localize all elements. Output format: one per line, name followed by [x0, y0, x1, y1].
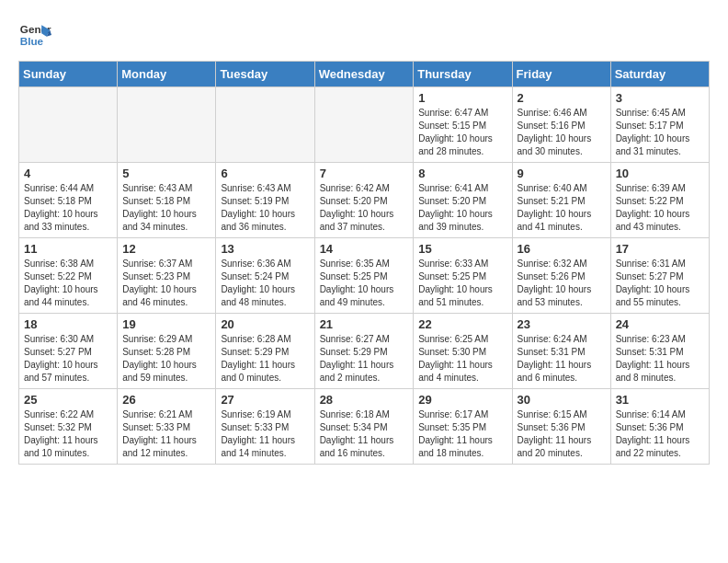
- calendar-day-cell: 24Sunrise: 6:23 AM Sunset: 5:31 PM Dayli…: [610, 314, 709, 389]
- day-number: 3: [616, 91, 704, 105]
- calendar-day-cell: [118, 87, 216, 163]
- svg-text:Blue: Blue: [20, 35, 44, 47]
- logo: General Blue: [18, 18, 51, 52]
- day-number: 24: [616, 317, 704, 331]
- calendar-day-header: Thursday: [414, 62, 512, 87]
- calendar-day-header: Sunday: [19, 62, 118, 87]
- calendar-day-cell: 23Sunrise: 6:24 AM Sunset: 5:31 PM Dayli…: [512, 314, 610, 389]
- day-number: 1: [418, 91, 506, 105]
- day-info: Sunrise: 6:30 AM Sunset: 5:27 PM Dayligh…: [24, 333, 112, 385]
- calendar-day-cell: 28Sunrise: 6:18 AM Sunset: 5:34 PM Dayli…: [314, 389, 414, 465]
- calendar-day-cell: 22Sunrise: 6:25 AM Sunset: 5:30 PM Dayli…: [414, 314, 512, 389]
- day-info: Sunrise: 6:31 AM Sunset: 5:27 PM Dayligh…: [616, 258, 704, 309]
- day-number: 11: [24, 242, 112, 256]
- day-number: 2: [518, 91, 606, 105]
- day-info: Sunrise: 6:45 AM Sunset: 5:17 PM Dayligh…: [616, 107, 704, 158]
- day-number: 19: [122, 317, 210, 331]
- day-info: Sunrise: 6:24 AM Sunset: 5:31 PM Dayligh…: [518, 333, 606, 385]
- day-info: Sunrise: 6:43 AM Sunset: 5:18 PM Dayligh…: [122, 182, 210, 234]
- calendar-day-cell: 4Sunrise: 6:44 AM Sunset: 5:18 PM Daylig…: [19, 163, 118, 238]
- calendar-day-cell: [216, 87, 314, 163]
- day-info: Sunrise: 6:35 AM Sunset: 5:25 PM Dayligh…: [320, 258, 409, 309]
- day-number: 20: [221, 317, 309, 331]
- day-info: Sunrise: 6:15 AM Sunset: 5:36 PM Dayligh…: [518, 408, 606, 460]
- day-number: 30: [518, 393, 606, 407]
- day-info: Sunrise: 6:46 AM Sunset: 5:16 PM Dayligh…: [518, 107, 606, 158]
- logo-icon: General Blue: [18, 18, 51, 52]
- calendar-day-cell: 6Sunrise: 6:43 AM Sunset: 5:19 PM Daylig…: [216, 163, 314, 238]
- day-info: Sunrise: 6:41 AM Sunset: 5:20 PM Dayligh…: [418, 182, 506, 234]
- day-number: 29: [418, 393, 506, 407]
- day-number: 6: [221, 167, 309, 180]
- calendar-header-row: SundayMondayTuesdayWednesdayThursdayFrid…: [19, 62, 710, 87]
- calendar-day-cell: 7Sunrise: 6:42 AM Sunset: 5:20 PM Daylig…: [314, 163, 414, 238]
- calendar-day-cell: 12Sunrise: 6:37 AM Sunset: 5:23 PM Dayli…: [118, 238, 216, 314]
- day-info: Sunrise: 6:29 AM Sunset: 5:28 PM Dayligh…: [122, 333, 210, 385]
- calendar-day-cell: 3Sunrise: 6:45 AM Sunset: 5:17 PM Daylig…: [610, 87, 709, 163]
- day-number: 13: [221, 242, 309, 256]
- day-info: Sunrise: 6:43 AM Sunset: 5:19 PM Dayligh…: [221, 182, 309, 234]
- day-info: Sunrise: 6:19 AM Sunset: 5:33 PM Dayligh…: [221, 408, 309, 460]
- day-number: 26: [122, 393, 210, 407]
- day-info: Sunrise: 6:18 AM Sunset: 5:34 PM Dayligh…: [320, 408, 409, 460]
- day-number: 7: [320, 167, 409, 180]
- day-number: 25: [24, 393, 112, 407]
- page-header: General Blue: [18, 18, 710, 52]
- calendar-day-cell: 1Sunrise: 6:47 AM Sunset: 5:15 PM Daylig…: [414, 87, 512, 163]
- day-info: Sunrise: 6:33 AM Sunset: 5:25 PM Dayligh…: [418, 258, 506, 309]
- day-number: 14: [320, 242, 409, 256]
- day-info: Sunrise: 6:38 AM Sunset: 5:22 PM Dayligh…: [24, 258, 112, 309]
- calendar-day-cell: 8Sunrise: 6:41 AM Sunset: 5:20 PM Daylig…: [414, 163, 512, 238]
- day-info: Sunrise: 6:27 AM Sunset: 5:29 PM Dayligh…: [320, 333, 409, 385]
- calendar-day-cell: 29Sunrise: 6:17 AM Sunset: 5:35 PM Dayli…: [414, 389, 512, 465]
- day-info: Sunrise: 6:39 AM Sunset: 5:22 PM Dayligh…: [616, 182, 704, 234]
- calendar-day-cell: [314, 87, 414, 163]
- day-number: 16: [518, 242, 606, 256]
- calendar-day-cell: 31Sunrise: 6:14 AM Sunset: 5:36 PM Dayli…: [610, 389, 709, 465]
- calendar-day-cell: 26Sunrise: 6:21 AM Sunset: 5:33 PM Dayli…: [118, 389, 216, 465]
- day-info: Sunrise: 6:21 AM Sunset: 5:33 PM Dayligh…: [122, 408, 210, 460]
- calendar-day-header: Tuesday: [216, 62, 314, 87]
- calendar-day-cell: 27Sunrise: 6:19 AM Sunset: 5:33 PM Dayli…: [216, 389, 314, 465]
- calendar-week-row: 25Sunrise: 6:22 AM Sunset: 5:32 PM Dayli…: [19, 389, 710, 465]
- day-number: 9: [518, 167, 606, 180]
- day-number: 22: [418, 317, 506, 331]
- calendar-week-row: 18Sunrise: 6:30 AM Sunset: 5:27 PM Dayli…: [19, 314, 710, 389]
- calendar-day-cell: 19Sunrise: 6:29 AM Sunset: 5:28 PM Dayli…: [118, 314, 216, 389]
- calendar-table: SundayMondayTuesdayWednesdayThursdayFrid…: [18, 61, 710, 465]
- calendar-week-row: 11Sunrise: 6:38 AM Sunset: 5:22 PM Dayli…: [19, 238, 710, 314]
- calendar-day-cell: 15Sunrise: 6:33 AM Sunset: 5:25 PM Dayli…: [414, 238, 512, 314]
- day-info: Sunrise: 6:47 AM Sunset: 5:15 PM Dayligh…: [418, 107, 506, 158]
- day-number: 8: [418, 167, 506, 180]
- calendar-day-cell: [19, 87, 118, 163]
- day-number: 12: [122, 242, 210, 256]
- day-number: 23: [518, 317, 606, 331]
- calendar-day-cell: 17Sunrise: 6:31 AM Sunset: 5:27 PM Dayli…: [610, 238, 709, 314]
- day-info: Sunrise: 6:42 AM Sunset: 5:20 PM Dayligh…: [320, 182, 409, 234]
- day-info: Sunrise: 6:14 AM Sunset: 5:36 PM Dayligh…: [616, 408, 704, 460]
- calendar-day-cell: 11Sunrise: 6:38 AM Sunset: 5:22 PM Dayli…: [19, 238, 118, 314]
- day-info: Sunrise: 6:28 AM Sunset: 5:29 PM Dayligh…: [221, 333, 309, 385]
- day-info: Sunrise: 6:22 AM Sunset: 5:32 PM Dayligh…: [24, 408, 112, 460]
- day-number: 18: [24, 317, 112, 331]
- day-number: 17: [616, 242, 704, 256]
- calendar-week-row: 1Sunrise: 6:47 AM Sunset: 5:15 PM Daylig…: [19, 87, 710, 163]
- day-number: 27: [221, 393, 309, 407]
- calendar-day-header: Friday: [512, 62, 610, 87]
- day-info: Sunrise: 6:32 AM Sunset: 5:26 PM Dayligh…: [518, 258, 606, 309]
- day-number: 28: [320, 393, 409, 407]
- day-info: Sunrise: 6:17 AM Sunset: 5:35 PM Dayligh…: [418, 408, 506, 460]
- calendar-day-cell: 14Sunrise: 6:35 AM Sunset: 5:25 PM Dayli…: [314, 238, 414, 314]
- calendar-day-header: Saturday: [610, 62, 709, 87]
- day-number: 21: [320, 317, 409, 331]
- day-info: Sunrise: 6:36 AM Sunset: 5:24 PM Dayligh…: [221, 258, 309, 309]
- calendar-day-header: Monday: [118, 62, 216, 87]
- calendar-day-cell: 9Sunrise: 6:40 AM Sunset: 5:21 PM Daylig…: [512, 163, 610, 238]
- day-info: Sunrise: 6:40 AM Sunset: 5:21 PM Dayligh…: [518, 182, 606, 234]
- calendar-day-cell: 25Sunrise: 6:22 AM Sunset: 5:32 PM Dayli…: [19, 389, 118, 465]
- calendar-day-cell: 13Sunrise: 6:36 AM Sunset: 5:24 PM Dayli…: [216, 238, 314, 314]
- calendar-day-cell: 18Sunrise: 6:30 AM Sunset: 5:27 PM Dayli…: [19, 314, 118, 389]
- calendar-day-cell: 2Sunrise: 6:46 AM Sunset: 5:16 PM Daylig…: [512, 87, 610, 163]
- calendar-day-cell: 5Sunrise: 6:43 AM Sunset: 5:18 PM Daylig…: [118, 163, 216, 238]
- day-number: 10: [616, 167, 704, 180]
